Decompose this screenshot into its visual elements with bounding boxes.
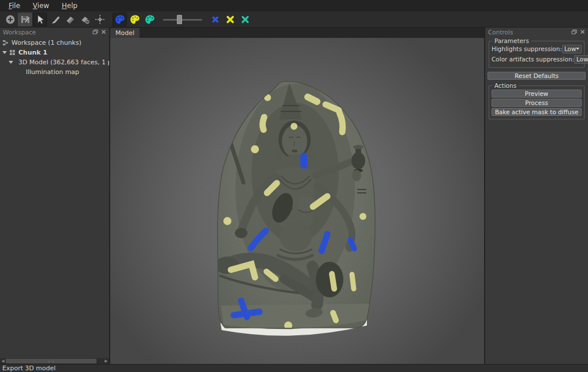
workspace-panel-title: Workspace [3,29,91,36]
chevron-down-icon[interactable] [9,61,13,64]
palette-icon [144,14,156,25]
pencil-icon [49,14,61,25]
save-icon [20,14,31,25]
param-label: Highlights suppression: [492,45,562,52]
tree-item-illumination-map[interactable]: Illumination map [0,67,109,77]
pencil-tool-button[interactable] [48,13,62,26]
clear-area-tool-button[interactable] [78,13,92,26]
clear-blue-mask-button[interactable] [208,13,222,26]
clear-yellow-mask-button[interactable] [223,13,237,26]
float-panel-icon[interactable] [91,29,99,36]
parameters-group: Parameters Highlights suppression: Low C… [489,41,585,68]
scroll-left-arrow[interactable]: ◀ [0,358,6,364]
scrollbar-track[interactable] [6,358,103,364]
tree-item-label: Workspace (1 chunks) [11,39,82,46]
parameters-group-title: Parameters [492,37,531,44]
chevron-down-icon [576,48,579,50]
tree-item-label: 3D Model (362,663 faces, 1 pages 4096x4 [18,59,109,66]
tree-item-workspace[interactable]: Workspace (1 chunks) [0,38,109,48]
x-icon [225,14,236,25]
eraser-minus-icon [79,14,91,25]
float-panel-icon[interactable] [570,29,578,36]
dropdown-value: Low [577,56,588,63]
actions-group: Actions Preview Process Bake active mask… [489,86,585,119]
eraser-icon [64,14,76,25]
viewport-tabbar: Model [110,28,484,38]
statue-3d-model[interactable] [110,38,484,364]
close-panel-icon[interactable] [578,29,586,36]
controls-panel-titlebar: Controls [485,28,588,36]
menu-help[interactable]: Help [56,1,84,11]
workspace-panel-titlebar: Workspace [0,28,109,36]
scroll-right-arrow[interactable]: ▶ [103,358,109,364]
cursor-arrow-icon [34,14,46,25]
scrollbar-thumb[interactable] [6,359,96,363]
color-artifacts-suppression-dropdown[interactable]: Low [574,55,588,64]
bake-active-mask-button[interactable]: Bake active mask to diffuse [492,108,582,116]
brush-size-slider[interactable] [162,13,203,26]
controls-content: Parameters Highlights suppression: Low C… [485,36,588,364]
main-area: Workspace Workspace (1 chunks) [0,28,588,364]
param-row-highlights: Highlights suppression: Low [492,44,582,54]
controls-panel-title: Controls [488,29,570,36]
chunk-icon [9,49,16,56]
workspace-panel: Workspace Workspace (1 chunks) [0,28,109,364]
tree-item-label: Chunk 1 [18,49,47,56]
circle-plus-icon [5,14,16,25]
menu-view[interactable]: View [26,1,55,11]
palette-icon [114,14,126,25]
slider-track[interactable] [163,19,202,21]
close-panel-icon[interactable] [99,29,107,36]
highlights-suppression-dropdown[interactable]: Low [562,45,582,53]
toolbar [0,11,588,28]
navigation-tool-button[interactable] [33,13,47,26]
preview-button[interactable]: Preview [492,90,582,98]
chevron-down-icon[interactable] [2,51,7,54]
dropdown-value: Low [564,45,577,52]
model-viewport[interactable] [110,38,484,364]
horizontal-scrollbar: ◀ ▶ [0,358,109,364]
reset-view-tool-button[interactable] [92,13,107,26]
eraser-tool-button[interactable] [63,13,77,26]
menu-file[interactable]: File [2,1,26,11]
app-window: File View Help [0,0,588,372]
tab-model[interactable]: Model [110,28,140,38]
param-label: Color artifacts suppression: [492,56,574,63]
tree-item-3d-model[interactable]: 3D Model (362,663 faces, 1 pages 4096x4 [0,57,109,67]
process-button[interactable]: Process [492,99,582,107]
crosshair-icon [94,14,106,25]
workspace-tree: Workspace (1 chunks) Chunk 1 [0,36,109,358]
yellow-mask-brush-button[interactable] [127,13,142,26]
clear-teal-mask-button[interactable] [238,13,252,26]
x-icon [239,14,251,25]
actions-group-title: Actions [492,82,519,89]
param-row-color-artifacts: Color artifacts suppression: Low [492,54,582,64]
slider-handle[interactable] [177,15,182,24]
open-button[interactable] [3,13,17,26]
save-button[interactable] [18,13,32,26]
tree-item-chunk[interactable]: Chunk 1 [0,48,109,57]
reset-defaults-button[interactable]: Reset Defaults [488,72,586,80]
controls-panel: Controls Parameters Highlights suppressi… [485,28,588,364]
status-text: Export 3D model [2,365,56,372]
status-bar: Export 3D model [0,364,588,372]
tree-item-label: Illumination map [26,68,79,76]
viewport-area: Model [110,28,484,364]
palette-icon [129,14,141,25]
teal-mask-brush-button[interactable] [142,13,157,26]
menu-bar: File View Help [0,0,588,11]
blue-mask-brush-button[interactable] [113,13,127,26]
workspace-icon [2,40,9,46]
x-icon [210,14,221,25]
